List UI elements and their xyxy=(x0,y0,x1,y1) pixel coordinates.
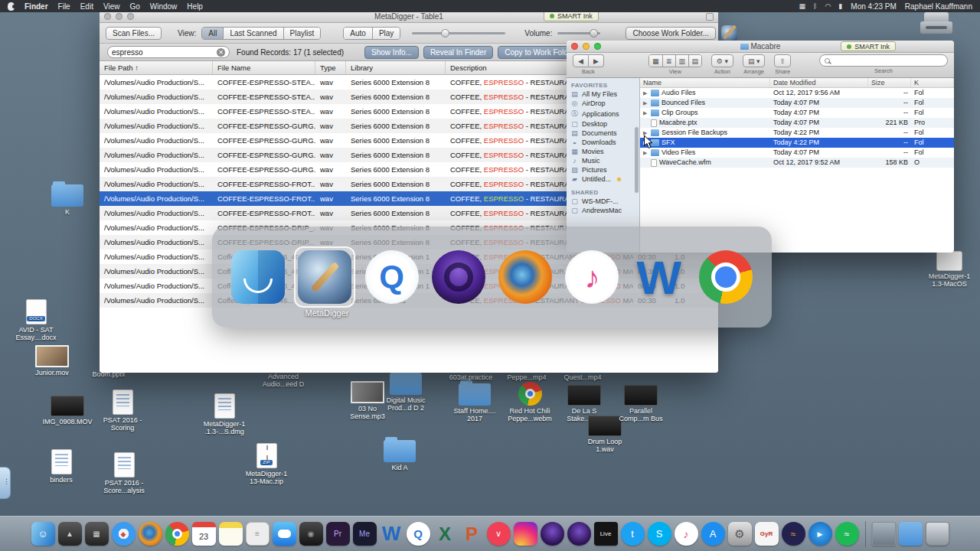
dock-trash-icon[interactable] xyxy=(926,522,949,546)
dock-pro-tools-icon[interactable] xyxy=(541,522,564,546)
finder-row[interactable]: ▶Clip GroupsToday 4:07 PM--Fol xyxy=(640,108,954,118)
sidebar-item-pictures[interactable]: ▧Pictures xyxy=(567,165,639,174)
show-info--button[interactable]: Show Info... xyxy=(364,46,419,59)
reveal-in-finder-button[interactable]: Reveal In Finder xyxy=(423,46,493,59)
action-menu-button[interactable]: ⚙ ▾ xyxy=(711,54,733,67)
finder-row[interactable]: ▶Audio FilesOct 12, 2017 9:56 AM--Fol xyxy=(640,88,954,98)
switcher-app-word[interactable]: W xyxy=(629,246,690,308)
battery-icon[interactable]: ▮ xyxy=(838,2,842,10)
dock-downloads-folder-icon[interactable] xyxy=(899,522,923,546)
switcher-app-chrome[interactable] xyxy=(695,246,756,308)
column-header[interactable]: File Name xyxy=(213,61,315,74)
position-slider[interactable] xyxy=(412,32,505,34)
view-mode-1[interactable]: ≣ xyxy=(662,55,675,67)
dock-pro-tools-2-icon[interactable] xyxy=(567,522,591,546)
sidebar-item-downloads[interactable]: ◒Downloads xyxy=(567,138,639,147)
desktop-icon-k[interactable]: K xyxy=(42,181,93,216)
desktop-icon-peppe-mp4[interactable]: Peppe...mp4 xyxy=(501,373,552,381)
dock-finder-icon[interactable]: ☺ xyxy=(31,522,55,546)
dock-app-store-icon[interactable]: A xyxy=(701,522,725,546)
ink-icon[interactable]: ▦ xyxy=(799,2,806,10)
back-button[interactable]: ◀ xyxy=(573,54,589,67)
minimize-button[interactable] xyxy=(583,43,590,50)
dock-excel-icon[interactable]: X xyxy=(433,522,457,546)
menu-edit[interactable]: Edit xyxy=(80,2,93,11)
volume-slider[interactable] xyxy=(557,32,600,34)
menu-window[interactable]: Window xyxy=(150,2,178,11)
dock-camera-app-icon[interactable]: ◉ xyxy=(299,522,323,546)
switcher-app-finder[interactable] xyxy=(227,246,289,308)
dock-launchpad-icon[interactable]: ▲ xyxy=(58,522,82,546)
choose-work-folder-button[interactable]: Choose Work Folder... xyxy=(626,27,715,40)
toolbar-toggle-icon[interactable] xyxy=(706,13,714,21)
smart-ink-handle[interactable] xyxy=(0,467,11,499)
dock-spotify-icon[interactable]: ≈ xyxy=(835,522,859,546)
search-input[interactable]: espresso ✕ xyxy=(107,46,230,58)
dock-textedit-icon[interactable]: ≡ xyxy=(246,522,270,546)
arrange-menu-button[interactable]: ▤ ▾ xyxy=(743,54,766,67)
finder-row[interactable]: WaveCache.wfmOct 12, 2017 9:52 AM158 KBO xyxy=(640,158,954,168)
finder-row[interactable]: ▶SFXToday 4:22 PM--Fol xyxy=(640,138,954,148)
active-app-menu[interactable]: Finder xyxy=(24,2,48,11)
dock-quicktime-icon[interactable]: Q xyxy=(407,522,430,546)
dock-firefox-icon[interactable] xyxy=(139,522,162,546)
volume-slider-knob[interactable] xyxy=(590,29,598,37)
dock-pocket-icon[interactable]: ∨ xyxy=(487,522,511,546)
dock-safari-icon[interactable]: ◆ xyxy=(112,522,136,546)
switcher-app-quicktime[interactable]: Q xyxy=(361,246,423,308)
desktop-icon-quest-mp4[interactable]: Quest...mp4 xyxy=(557,373,608,381)
sidebar-item-music[interactable]: ♪Music xyxy=(567,156,639,165)
sidebar-item-all-my-files[interactable]: ▤All My Files xyxy=(567,90,639,99)
dock-audacity-icon[interactable]: ≈ xyxy=(782,522,805,546)
finder-titlebar[interactable]: Macabre SMART Ink xyxy=(567,41,954,53)
dock-messages-icon[interactable] xyxy=(273,522,296,546)
dock-skype-icon[interactable]: S xyxy=(648,522,671,546)
zoom-button[interactable] xyxy=(127,13,134,20)
metadigger-titlebar[interactable]: MetaDigger - Table1 xyxy=(100,11,718,23)
dock-notes-icon[interactable] xyxy=(219,522,243,546)
dock-app-grid-icon[interactable]: ▦ xyxy=(85,522,109,546)
dock-premiere-icon[interactable]: Pr xyxy=(326,522,350,546)
menu-file[interactable]: File xyxy=(58,2,70,11)
sidebar-item-untitled-[interactable]: ▰Untitled...☻ xyxy=(567,174,639,184)
forward-button[interactable]: ▶ xyxy=(589,54,604,67)
desktop-icon-advanced-audio-eed-d[interactable]: Advanced Audio...eed D xyxy=(258,373,309,389)
dock-instagram-icon[interactable] xyxy=(514,522,537,546)
switcher-app-itunes[interactable]: ♪ xyxy=(561,246,622,308)
desktop-icon-603at-practice[interactable]: 603at.practice xyxy=(446,373,496,381)
finder-row[interactable]: ▶Video FilesToday 4:07 PM--Fol xyxy=(640,148,954,158)
view-option-playlist[interactable]: Playlist xyxy=(283,28,321,39)
desktop-icon-img-0908-mov[interactable]: IMG_0908.MOV xyxy=(42,390,93,425)
sidebar-item-documents[interactable]: ▤Documents xyxy=(567,129,639,138)
desktop-icon-kid-a[interactable]: Kid A xyxy=(374,436,425,471)
disclosure-triangle[interactable]: ▶ xyxy=(643,88,648,98)
zoom-button[interactable] xyxy=(594,43,601,50)
menu-go[interactable]: Go xyxy=(129,2,139,11)
column-header[interactable]: File Path ↑ xyxy=(100,61,213,74)
desktop-icon-staff-home-2017[interactable]: Staff Home.... 2017 xyxy=(449,380,500,423)
finder-row[interactable]: ▶Session File BackupsToday 4:22 PM--Fol xyxy=(640,128,954,138)
desktop-icon-red-hot-chili-peppe-webm[interactable]: Red Hot Chili Peppe...webm xyxy=(505,380,555,423)
finder-column-size[interactable]: Size xyxy=(868,78,911,87)
clear-search-icon[interactable]: ✕ xyxy=(217,48,225,57)
menu-help[interactable]: Help xyxy=(187,2,203,11)
disclosure-triangle[interactable]: ▶ xyxy=(643,98,648,108)
close-button[interactable] xyxy=(571,43,578,50)
share-button[interactable]: ⇧ xyxy=(774,54,791,67)
switcher-app-protools[interactable] xyxy=(428,246,489,308)
position-slider-knob[interactable] xyxy=(441,29,449,37)
desktop-icon-avid-sat-essay-docx[interactable]: DOCXAVID - SAT Essay....docx xyxy=(11,298,61,342)
wifi-icon[interactable]: ◠ xyxy=(825,2,831,10)
switcher-app-firefox[interactable] xyxy=(495,246,556,308)
minimize-button[interactable] xyxy=(116,13,122,20)
menu-view[interactable]: View xyxy=(103,2,120,11)
menu-user[interactable]: Raphael Kauffmann xyxy=(905,2,972,11)
sidebar-item-airdrop[interactable]: ◎AirDrop xyxy=(567,99,639,108)
finder-search-input[interactable] xyxy=(819,54,948,67)
desktop-icon-binders[interactable]: binders xyxy=(36,448,87,484)
desktop-icon-parallel-comp-m-bus[interactable]: Parallel Comp...m Bus xyxy=(616,380,666,423)
desktop-icon-metadigger-1-13-mac-zip[interactable]: ZIPMetaDigger-1 13-Mac.zip xyxy=(241,442,292,486)
dock-calendar-icon[interactable]: 23 xyxy=(192,522,216,546)
dock-wmp-icon[interactable]: ▶ xyxy=(808,522,832,546)
sidebar-item-ws-mdf-[interactable]: ▢WS-MDF-... xyxy=(567,197,639,206)
